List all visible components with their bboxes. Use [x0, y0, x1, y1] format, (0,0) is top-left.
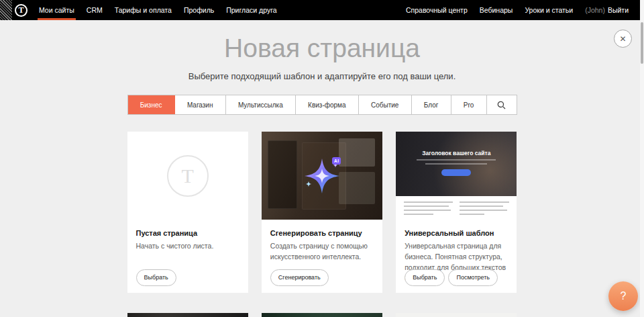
template-card-ai: AI Сгенерировать страницу Создать страни…: [262, 132, 382, 293]
preview-heading: Заголовок вашего сайта: [396, 132, 517, 156]
help-icon: ?: [621, 290, 627, 302]
help-button[interactable]: ?: [608, 281, 638, 311]
tab-search[interactable]: [487, 95, 517, 114]
card-title: Универсальный шаблон: [405, 229, 508, 237]
page-title: Новая страница: [0, 20, 644, 63]
page-subtitle: Выберите подходящий шаблон и адаптируйте…: [0, 71, 644, 81]
new-page-modal: ✕ Новая страница Выберите подходящий шаб…: [0, 20, 644, 317]
preview-hero: Заголовок вашего сайта: [396, 132, 517, 196]
template-card-universal: Заголовок вашего сайта Универсальный шаб…: [396, 132, 517, 293]
user-name: (John): [579, 6, 605, 14]
nav-lessons-articles[interactable]: Уроки и статьи: [519, 0, 579, 20]
template-grid: T Пустая страница Начать с чистого листа…: [127, 132, 517, 317]
tab-multilink[interactable]: Мультиссылка: [226, 95, 296, 114]
select-universal-button[interactable]: Выбрать: [405, 269, 445, 286]
card-title: Сгенерировать страницу: [270, 229, 374, 237]
template-category-tabs: Бизнес Магазин Мультиссылка Квиз-форма С…: [127, 95, 517, 115]
generate-button[interactable]: Сгенерировать: [270, 269, 329, 286]
nav-my-sites[interactable]: Мои сайты: [33, 0, 80, 20]
nav-help-center[interactable]: Справочный центр: [400, 0, 474, 20]
template-card-partial-3[interactable]: [396, 313, 517, 317]
tab-shop[interactable]: Магазин: [175, 95, 226, 114]
tab-business[interactable]: Бизнес: [128, 95, 175, 114]
select-blank-button[interactable]: Выбрать: [136, 269, 176, 286]
tab-quiz-form[interactable]: Квиз-форма: [296, 95, 359, 114]
logout-link[interactable]: Выйти: [605, 0, 635, 20]
ai-badge: AI: [332, 157, 341, 165]
blank-preview: T: [127, 132, 248, 220]
tilda-watermark-icon: T: [167, 155, 209, 197]
template-card-blank: T Пустая страница Начать с чистого листа…: [127, 132, 248, 293]
search-icon: [497, 101, 506, 109]
close-icon: ✕: [619, 34, 626, 44]
universal-preview: Заголовок вашего сайта: [396, 132, 517, 220]
tilda-logo-letter: T: [18, 5, 23, 15]
preview-panel: [339, 172, 375, 204]
preview-panel: [339, 138, 375, 167]
preview-panel: [268, 140, 297, 209]
close-button[interactable]: ✕: [614, 30, 632, 48]
tilda-logo-icon[interactable]: T: [15, 4, 28, 17]
card-description: Создать страницу с помощью искусственног…: [270, 241, 374, 263]
scrollbar[interactable]: [640, 0, 644, 317]
preview-body: [396, 196, 517, 220]
scrollbar-thumb[interactable]: [641, 22, 643, 64]
nav-tariffs-payment[interactable]: Тарифы и оплата: [109, 0, 178, 20]
template-card-partial-2[interactable]: [262, 313, 382, 317]
card-description: Начать с чистого листа.: [136, 241, 239, 252]
card-title: Пустая страница: [136, 229, 239, 237]
nav-webinars[interactable]: Вебинары: [474, 0, 519, 20]
primary-nav: Мои сайты CRM Тарифы и оплата Профиль Пр…: [33, 0, 283, 20]
watermark-letter: T: [181, 165, 193, 187]
nav-crm[interactable]: CRM: [80, 0, 109, 20]
corner-texture: [0, 0, 12, 20]
preview-cta-button: [441, 169, 471, 176]
tab-event[interactable]: Событие: [359, 95, 412, 114]
secondary-nav: Справочный центр Вебинары Уроки и статьи…: [400, 0, 635, 20]
nav-invite-friend[interactable]: Пригласи друга: [220, 0, 282, 20]
template-card-partial-1[interactable]: [127, 313, 248, 317]
nav-profile[interactable]: Профиль: [178, 0, 220, 20]
tab-pro[interactable]: Pro: [451, 95, 487, 114]
topbar: T Мои сайты CRM Тарифы и оплата Профиль …: [0, 0, 644, 20]
preview-text-line: [425, 163, 487, 165]
ai-preview: AI: [262, 132, 382, 220]
preview-text-line: [417, 159, 496, 161]
view-universal-button[interactable]: Посмотреть: [448, 269, 498, 286]
tab-blog[interactable]: Блог: [412, 95, 451, 114]
